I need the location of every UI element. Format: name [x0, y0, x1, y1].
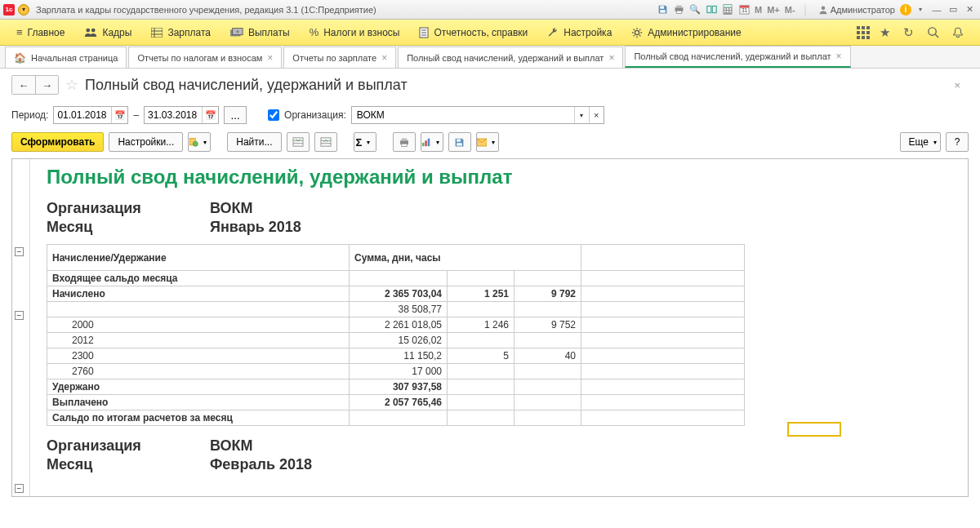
close-icon[interactable]: ×: [608, 52, 614, 64]
save-icon[interactable]: [655, 2, 670, 17]
period-label: Период:: [11, 109, 48, 121]
date-from-field[interactable]: 📅: [53, 106, 128, 124]
user-icon: [818, 5, 828, 15]
history-icon[interactable]: ↻: [900, 25, 917, 40]
search-icon[interactable]: [924, 26, 942, 38]
window-title: Зарплата и кадры государственного учрежд…: [36, 5, 376, 15]
close-window-button[interactable]: ✕: [962, 2, 977, 17]
divider: │: [799, 2, 813, 17]
svg-line-34: [935, 34, 938, 38]
svg-rect-37: [293, 138, 303, 146]
titlebar-left: 1c ▾ Зарплата и кадры государственного у…: [3, 4, 376, 16]
toolbar-right: Еще▾ ?: [900, 132, 969, 152]
user-box[interactable]: Администратор: [815, 5, 898, 15]
svg-rect-49: [457, 139, 461, 141]
menu-zarplata[interactable]: Зарплата: [141, 20, 220, 46]
date-to-field[interactable]: 📅: [144, 106, 219, 124]
date-from-input[interactable]: [54, 109, 111, 121]
bell-icon[interactable]: [949, 26, 967, 38]
dropdown-arrow-icon[interactable]: ▾: [18, 4, 29, 16]
col-accrual: Начисление/Удержание: [47, 245, 350, 271]
close-icon[interactable]: ×: [836, 51, 842, 62]
svg-rect-12: [724, 11, 726, 12]
expand-button[interactable]: [287, 132, 310, 152]
print-button[interactable]: [393, 132, 416, 152]
tree-collapse-2[interactable]: −: [15, 311, 24, 320]
back-button[interactable]: ←: [12, 76, 35, 94]
main-menu-right: ★ ↻: [857, 25, 973, 40]
menu-main[interactable]: ≡Главное: [7, 20, 74, 46]
tab-tax-reports[interactable]: Отчеты по налогам и взносам×: [128, 47, 282, 68]
svg-rect-4: [676, 11, 682, 13]
dropdown-icon[interactable]: ▾: [574, 107, 589, 123]
home-icon: 🏠: [14, 52, 26, 64]
svg-point-19: [87, 29, 91, 33]
app-logo-icon: 1c: [3, 4, 15, 16]
generate-button[interactable]: Сформировать: [11, 132, 104, 152]
svg-rect-46: [421, 143, 424, 146]
tab-svod-2[interactable]: Полный свод начислений, удержаний и выпл…: [625, 46, 850, 68]
favorite-star-icon[interactable]: ☆: [65, 76, 78, 94]
menu-nastroyka[interactable]: Настройка: [537, 20, 621, 46]
svg-rect-48: [427, 139, 430, 146]
calendar-icon[interactable]: 📅: [111, 107, 127, 123]
menu-vyplaty[interactable]: Выплаты: [220, 20, 300, 46]
help-button[interactable]: ?: [946, 132, 969, 152]
mail-button[interactable]: ▾: [476, 132, 499, 152]
svg-rect-9: [724, 8, 726, 10]
document-icon: [419, 27, 429, 38]
settings-button[interactable]: Настройки...: [109, 132, 183, 152]
collapse-button[interactable]: [314, 132, 337, 152]
calculator-icon[interactable]: [720, 2, 735, 17]
clear-icon[interactable]: ×: [589, 107, 604, 123]
sum-button[interactable]: Σ▾: [354, 132, 376, 152]
tab-home[interactable]: 🏠Начальная страница: [5, 47, 127, 68]
chart-button[interactable]: ▾: [421, 132, 443, 152]
compare-icon[interactable]: [704, 2, 719, 17]
menu-nalogi[interactable]: %Налоги и взносы: [300, 20, 410, 46]
maximize-button[interactable]: ▭: [946, 2, 960, 17]
menu-kadry[interactable]: Кадры: [74, 20, 141, 46]
memory-m-button[interactable]: M: [753, 5, 764, 15]
more-button[interactable]: Еще▾: [900, 132, 941, 152]
gear-icon: [631, 27, 643, 38]
calendar-icon[interactable]: 📅: [202, 107, 218, 123]
print-icon[interactable]: [671, 2, 686, 17]
tree-collapse-3[interactable]: −: [15, 484, 24, 493]
close-icon[interactable]: ×: [381, 52, 387, 64]
tree-collapse-1[interactable]: −: [15, 247, 24, 256]
report-title: Полный свод начислений, удержаний и выпл…: [47, 166, 968, 189]
org-input[interactable]: [352, 109, 574, 121]
info-icon[interactable]: i: [900, 4, 911, 16]
date-to-input[interactable]: [145, 109, 202, 121]
table-icon: [151, 28, 163, 38]
org-value: ВОКМ: [210, 200, 253, 217]
org-field[interactable]: ▾ ×: [351, 106, 604, 124]
memory-mminus-button[interactable]: M-: [783, 5, 797, 15]
tab-svod-1[interactable]: Полный свод начислений, удержаний и выпл…: [398, 47, 623, 68]
save-report-button[interactable]: [448, 132, 471, 152]
org-checkbox[interactable]: [268, 109, 279, 121]
report-table: Начисление/Удержание Сумма, дни, часы Вх…: [47, 244, 745, 426]
apps-grid-icon[interactable]: [857, 26, 870, 39]
memory-mplus-button[interactable]: M+: [765, 5, 782, 15]
svg-rect-44: [401, 138, 407, 140]
report-body[interactable]: Полный свод начислений, удержаний и выпл…: [30, 159, 968, 496]
minimize-button[interactable]: —: [929, 2, 944, 17]
period-picker-button[interactable]: ...: [224, 106, 247, 124]
page-close-button[interactable]: ×: [954, 79, 969, 91]
close-icon[interactable]: ×: [267, 52, 273, 64]
dropdown-icon[interactable]: ▾: [913, 2, 928, 17]
menu-otchet[interactable]: Отчетность, справки: [409, 20, 537, 46]
svg-rect-47: [425, 140, 427, 146]
forward-button[interactable]: →: [35, 76, 58, 94]
variant-button[interactable]: ▾: [188, 132, 211, 152]
star-icon[interactable]: ★: [876, 25, 893, 40]
report-toolbar: Сформировать Настройки... ▾ Найти... Σ▾ …: [0, 129, 980, 158]
calendar-icon[interactable]: 31: [737, 2, 751, 17]
menu-admin[interactable]: Администрирование: [621, 20, 751, 46]
find-button[interactable]: Найти...: [227, 132, 281, 152]
tab-salary-reports[interactable]: Отчеты по зарплате×: [283, 47, 396, 68]
svg-rect-8: [724, 5, 731, 7]
preview-icon[interactable]: 🔍: [688, 2, 702, 17]
